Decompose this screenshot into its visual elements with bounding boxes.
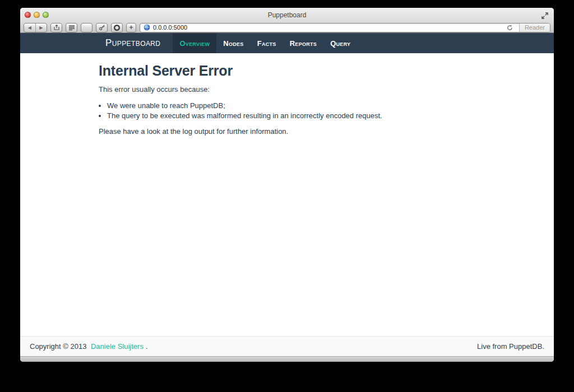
window-title: Puppetboard (20, 11, 554, 19)
app-navbar: Puppetboard Overview Nodes Facts Reports… (20, 33, 554, 53)
extension-button[interactable] (111, 23, 123, 32)
address-bar[interactable]: 0.0.0.0:5000 Reader (140, 23, 550, 32)
nav-item-reports[interactable]: Reports (283, 33, 324, 53)
share-icon (53, 24, 60, 31)
error-intro-text: This error usually occurs because: (99, 85, 475, 94)
refresh-icon[interactable] (507, 25, 513, 31)
globe-favicon (144, 24, 150, 31)
main-content: Internal Server Error This error usually… (20, 53, 554, 336)
copyright-text: Copyright © 2013 Daniele Sluijters. (30, 342, 148, 351)
password-button[interactable] (96, 23, 108, 32)
ring-icon (113, 24, 121, 31)
brand-puppetboard[interactable]: Puppetboard (99, 33, 167, 53)
browser-chrome: Puppetboard ◀ ▶ (20, 8, 554, 33)
back-button[interactable]: ◀ (24, 24, 35, 32)
author-link[interactable]: Daniele Sluijters (91, 342, 144, 351)
history-nav-group: ◀ ▶ (24, 23, 47, 32)
puppetdb-status-text: Live from PuppetDB. (477, 342, 544, 351)
nav-item-overview[interactable]: Overview (173, 33, 216, 53)
resize-arrows-icon[interactable] (541, 12, 548, 19)
nav-item-facts[interactable]: Facts (251, 33, 283, 53)
titlebar[interactable]: Puppetboard (20, 8, 554, 22)
reader-button[interactable]: Reader (519, 24, 550, 32)
error-reason-item: We were unable to reach PuppetDB; (107, 101, 475, 110)
browser-window: Puppetboard ◀ ▶ (20, 8, 554, 362)
share-button[interactable] (50, 23, 62, 32)
error-reason-item: The query to be executed was malformed r… (107, 111, 475, 120)
nav-item-query[interactable]: Query (323, 33, 357, 53)
new-tab-button[interactable]: + (126, 23, 136, 32)
nav-items: Overview Nodes Facts Reports Query (173, 33, 357, 53)
key-icon (99, 24, 105, 31)
error-reason-list: We were unable to reach PuppetDB; The qu… (99, 101, 475, 120)
copyright-suffix: . (146, 342, 148, 351)
navbar-container: Puppetboard Overview Nodes Facts Reports… (99, 33, 475, 53)
blank-toolbar-button[interactable] (81, 23, 92, 32)
url-text[interactable]: 0.0.0.0:5000 (153, 24, 504, 31)
window-status-bar (20, 356, 554, 362)
nav-item-nodes[interactable]: Nodes (216, 33, 250, 53)
reading-list-button[interactable] (66, 23, 77, 32)
desktop-background: Puppetboard ◀ ▶ (0, 0, 574, 392)
text-lines-icon (68, 25, 75, 31)
page-title: Internal Server Error (99, 63, 475, 79)
page-footer: Copyright © 2013 Daniele Sluijters. Live… (20, 336, 554, 356)
forward-button[interactable]: ▶ (35, 24, 47, 32)
browser-toolbar: ◀ ▶ (20, 22, 554, 33)
copyright-prefix: Copyright © 2013 (30, 342, 89, 351)
error-outro-text: Please have a look at the log output for… (99, 127, 475, 136)
